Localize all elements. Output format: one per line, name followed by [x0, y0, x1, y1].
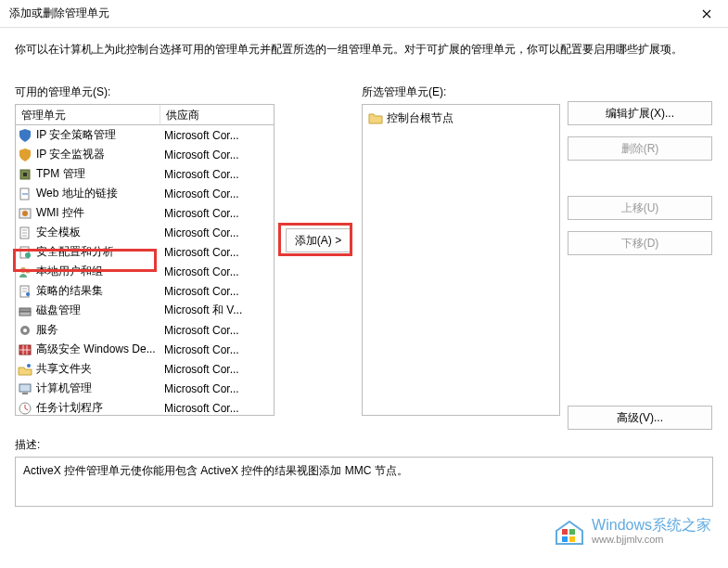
snapin-icon	[18, 167, 32, 182]
snapin-icon	[18, 342, 32, 357]
list-item[interactable]: 安全配置和分析Microsoft Cor...	[16, 242, 274, 262]
list-item[interactable]: Web 地址的链接Microsoft Cor...	[16, 184, 274, 203]
svg-point-4	[22, 211, 28, 216]
list-item[interactable]: 安全模板Microsoft Cor...	[16, 223, 274, 242]
svg-rect-22	[569, 529, 575, 535]
snapin-name: 安全模板	[36, 225, 160, 240]
svg-rect-12	[19, 308, 31, 312]
snapin-vendor: Microsoft Cor...	[160, 343, 274, 356]
svg-point-9	[26, 268, 31, 273]
snapin-name: 安全配置和分析	[36, 244, 160, 260]
snapin-vendor: Microsoft Cor...	[160, 187, 274, 200]
snapin-vendor: Microsoft Cor...	[160, 265, 274, 278]
snapin-vendor: Microsoft Cor...	[160, 285, 274, 298]
watermark-line1: Windows系统之家	[592, 517, 711, 534]
list-item[interactable]: 策略的结果集Microsoft Cor...	[16, 281, 274, 301]
intro-text: 你可以在计算机上为此控制台选择可用的管理单元并配置所选的一组管理单元。对于可扩展…	[15, 41, 713, 58]
list-item[interactable]: 高级安全 Windows De...Microsoft Cor...	[16, 340, 274, 359]
available-list[interactable]: IP 安全策略管理Microsoft Cor...IP 安全监视器Microso…	[15, 124, 275, 416]
transfer-column: 添加(A) >	[282, 84, 354, 252]
list-item[interactable]: 共享文件夹Microsoft Cor...	[16, 359, 274, 379]
add-button[interactable]: 添加(A) >	[286, 228, 351, 252]
snapin-name: 高级安全 Windows De...	[36, 342, 160, 357]
snapin-name: 本地用户和组	[36, 264, 160, 279]
snapin-vendor: Microsoft Cor...	[160, 129, 274, 142]
svg-rect-24	[569, 536, 575, 542]
available-snapins-section: 可用的管理单元(S): 管理单元 供应商 IP 安全策略管理Microsoft …	[15, 84, 275, 416]
svg-rect-19	[22, 393, 28, 394]
header-snapin[interactable]: 管理单元	[16, 105, 160, 124]
snapin-name: IP 安全策略管理	[36, 127, 160, 143]
snapin-name: 策略的结果集	[36, 283, 160, 299]
list-item[interactable]: TPM 管理Microsoft Cor...	[16, 164, 274, 184]
snapin-icon	[18, 128, 32, 143]
selected-snapins-section: 所选管理单元(E): 控制台根节点	[362, 84, 560, 416]
remove-button[interactable]: 删除(R)	[568, 136, 712, 161]
snapin-icon	[18, 362, 32, 377]
move-up-button[interactable]: 上移(U)	[568, 196, 712, 220]
snapin-name: TPM 管理	[36, 166, 160, 182]
description-box: ActiveX 控件管理单元使你能用包含 ActiveX 控件的结果视图添加 M…	[15, 457, 713, 507]
svg-rect-18	[19, 384, 31, 392]
snapin-icon	[18, 206, 32, 221]
list-item[interactable]: 任务计划程序Microsoft Cor...	[16, 398, 274, 416]
snapin-icon	[18, 187, 32, 201]
snapin-name: Web 地址的链接	[36, 186, 160, 201]
tree-root-label: 控制台根节点	[387, 110, 453, 126]
snapin-vendor: Microsoft Cor...	[160, 207, 274, 220]
snapin-icon	[18, 284, 32, 299]
actions-column: 编辑扩展(X)... 删除(R) 上移(U) 下移(D) 高级(V)...	[568, 84, 712, 430]
list-item[interactable]: 本地用户和组Microsoft Cor...	[16, 262, 274, 281]
available-label: 可用的管理单元(S):	[15, 84, 275, 100]
svg-point-7	[25, 252, 31, 258]
snapin-name: 共享文件夹	[36, 361, 160, 377]
header-vendor[interactable]: 供应商	[160, 105, 274, 124]
list-item[interactable]: IP 安全策略管理Microsoft Cor...	[16, 125, 274, 145]
folder-icon	[368, 111, 383, 126]
snapin-icon	[18, 226, 32, 240]
list-item[interactable]: WMI 控件Microsoft Cor...	[16, 203, 274, 223]
svg-rect-1	[23, 173, 27, 176]
snapin-vendor: Microsoft Cor...	[160, 382, 274, 395]
snapin-icon	[18, 303, 32, 318]
snapin-name: WMI 控件	[36, 205, 160, 221]
snapin-icon	[18, 401, 32, 416]
svg-rect-21	[562, 529, 568, 535]
snapin-icon	[18, 381, 32, 396]
snapin-name: 任务计划程序	[36, 400, 160, 416]
snapin-name: 服务	[36, 322, 160, 338]
description-section: 描述: ActiveX 控件管理单元使你能用包含 ActiveX 控件的结果视图…	[15, 437, 713, 507]
edit-extensions-button[interactable]: 编辑扩展(X)...	[568, 101, 712, 125]
move-down-button[interactable]: 下移(D)	[568, 231, 712, 255]
snapin-vendor: Microsoft 和 V...	[160, 303, 274, 318]
svg-rect-23	[562, 536, 568, 542]
snapin-vendor: Microsoft Cor...	[160, 363, 274, 376]
snapin-vendor: Microsoft Cor...	[160, 148, 274, 161]
list-item[interactable]: 计算机管理Microsoft Cor...	[16, 379, 274, 398]
snapin-vendor: Microsoft Cor...	[160, 226, 274, 239]
snapin-name: 计算机管理	[36, 381, 160, 396]
svg-point-11	[26, 292, 30, 296]
titlebar: 添加或删除管理单元	[0, 0, 728, 28]
svg-point-17	[27, 364, 31, 368]
content-area: 你可以在计算机上为此控制台选择可用的管理单元并配置所选的一组管理单元。对于可扩展…	[0, 28, 728, 516]
available-list-header: 管理单元 供应商	[15, 104, 275, 124]
watermark-line2: www.bjjmlv.com	[592, 534, 711, 545]
list-item[interactable]: 服务Microsoft Cor...	[16, 320, 274, 340]
list-item[interactable]: 磁盘管理Microsoft 和 V...	[16, 301, 274, 320]
svg-point-15	[23, 329, 27, 332]
tree-root-item[interactable]: 控制台根节点	[366, 109, 556, 128]
selected-label: 所选管理单元(E):	[362, 84, 560, 100]
close-button[interactable]	[685, 0, 728, 28]
selected-tree[interactable]: 控制台根节点	[362, 104, 560, 416]
snapin-vendor: Microsoft Cor...	[160, 324, 274, 337]
advanced-button[interactable]: 高级(V)...	[568, 406, 712, 430]
snapin-name: 磁盘管理	[36, 303, 160, 318]
snapin-icon	[18, 148, 32, 162]
snapin-icon	[18, 245, 32, 260]
svg-point-8	[20, 267, 26, 273]
snapin-icon	[18, 265, 32, 279]
snapin-name: IP 安全监视器	[36, 147, 160, 162]
list-item[interactable]: IP 安全监视器Microsoft Cor...	[16, 145, 274, 164]
close-icon	[702, 9, 711, 19]
